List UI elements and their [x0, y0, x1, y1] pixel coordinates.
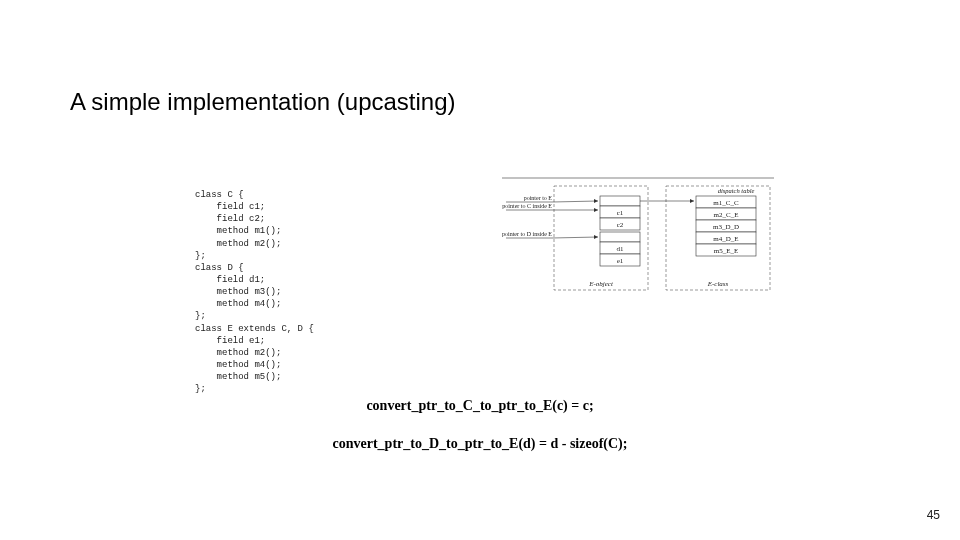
- slide-title: A simple implementation (upcasting): [70, 88, 456, 116]
- svg-line-12: [552, 201, 598, 202]
- ptr-to-D-in-E-label: pointer to D inside E: [502, 231, 552, 237]
- slide: A simple implementation (upcasting) clas…: [0, 0, 960, 540]
- obj-cell-e1: e1: [617, 257, 624, 265]
- svg-rect-9: [600, 232, 640, 242]
- svg-rect-6: [600, 196, 640, 206]
- ptr-to-C-in-E-label: pointer to C inside E: [502, 203, 552, 209]
- disp-3: m4_D_E: [713, 235, 738, 243]
- disp-4: m5_E_E: [714, 247, 739, 255]
- formula-2: convert_ptr_to_D_to_ptr_to_E(d) = d - si…: [0, 436, 960, 452]
- dispatch-header: dispatch table: [718, 187, 755, 194]
- disp-0: m1_C_C: [713, 199, 739, 207]
- svg-marker-24: [690, 199, 694, 203]
- disp-2: m3_D_D: [713, 223, 739, 231]
- code-block: class C { field c1; field c2; method m1(…: [195, 189, 314, 395]
- svg-line-16: [552, 237, 598, 238]
- memory-diagram: pointer to E pointer to C inside E point…: [498, 176, 778, 316]
- ptr-to-E-label: pointer to E: [524, 195, 553, 201]
- caption-eobject: E-object: [588, 280, 614, 288]
- svg-marker-15: [594, 208, 598, 212]
- obj-cell-d1: d1: [617, 245, 625, 253]
- page-number: 45: [927, 508, 940, 522]
- disp-1: m2_C_E: [714, 211, 739, 219]
- obj-cell-c2: c2: [617, 221, 624, 229]
- svg-marker-17: [594, 235, 598, 239]
- caption-eclass: E-class: [707, 280, 729, 288]
- formula-1: convert_ptr_to_C_to_ptr_to_E(c) = c;: [0, 398, 960, 414]
- obj-cell-c1: c1: [617, 209, 624, 217]
- formula-area: convert_ptr_to_C_to_ptr_to_E(c) = c; con…: [0, 392, 960, 452]
- svg-marker-13: [594, 199, 598, 203]
